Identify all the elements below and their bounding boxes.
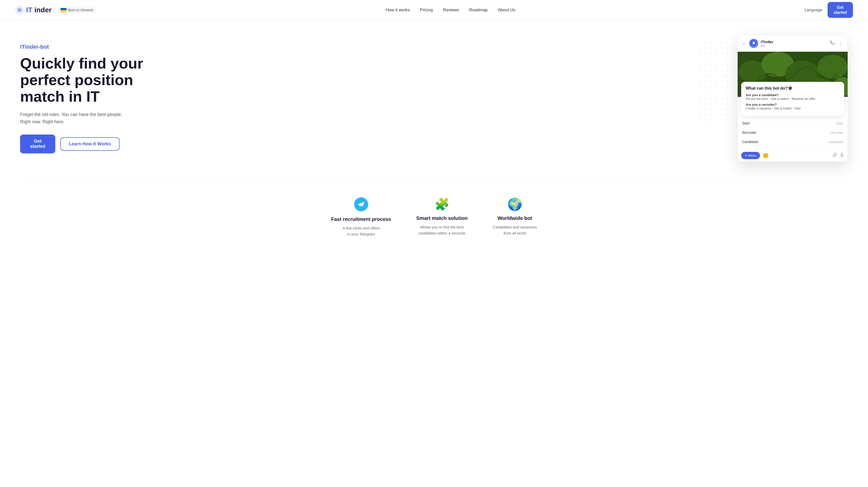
globe-icon: 🌍 [493,197,537,212]
logo[interactable]: ITinder [15,5,52,14]
bubble-candidate-text: Fill out the form - Get a match - Receiv… [746,97,840,101]
bubble-candidate-section: Are you a candidate? Fill out the form -… [746,93,840,101]
hero-description: Forget the old rules. You can have the b… [20,111,176,126]
svg-point-5 [754,43,755,43]
chat-emoji-icon[interactable]: 🙂 [763,153,769,159]
feature-fast-title: Fast recruitment process [331,217,391,222]
nav-link-about-us[interactable]: About Us [498,7,516,12]
bubble-recruiter-text: Create a vacancy - Get a match - Hire [746,106,840,110]
chat-input-bar: ✕ Menu 🙂 [738,149,848,162]
feature-smart-match: 🧩 Smart match solution Allows you to fin… [416,197,467,237]
ukraine-badge-text: Born in Ukraine! [68,8,93,12]
chat-menu-button[interactable]: ✕ Menu [741,152,760,159]
nav-link-how-it-works[interactable]: How it works [385,7,410,12]
nav-get-started-button[interactable]: Getstarted [828,2,853,18]
chat-phone-icon[interactable] [830,40,835,46]
feature-worldwide: 🌍 Worldwide bot Candidates and vacancies… [493,197,537,237]
chat-header: ← ITinder bot [738,35,848,52]
feature-fast-desc-line1: A few clicks and offers [343,226,380,230]
logo-it: IT [26,6,32,14]
hero-desc-line1: Forget the old rules. You can have the b… [20,112,122,117]
hero-section: ITinder-bot Quickly find your perfect po… [0,20,868,182]
hero-title: Quickly find your perfect position match… [20,55,176,105]
chat-mockup: ← ITinder bot [737,35,848,162]
svg-point-1 [18,9,19,10]
feature-smart-desc-line2: candidates within a seconds [418,231,466,235]
feature-fast-recruitment: Fast recruitment process A few clicks an… [331,197,391,237]
feature-fast-desc: A few clicks and offers in your Telegram [331,225,391,237]
ukraine-badge: Born in Ukraine! [58,7,96,13]
navbar: ITinder Born in Ukraine! How it works Pr… [0,0,868,20]
feature-smart-title: Smart match solution [416,216,467,221]
feature-smart-desc: Allows you to find the best candidates w… [416,224,467,236]
chat-bot-name: ITinder [761,40,773,44]
command-candidate-label: Candidate [742,140,758,144]
chat-header-left: ← ITinder bot [742,39,773,48]
nav-link-roadmap[interactable]: Roadmap [469,7,488,12]
language-button[interactable]: Language [804,8,822,12]
nav-link-reviews[interactable]: Reviews [443,7,459,12]
hero-subtitle: ITinder-bot [20,44,176,50]
command-recruiter-value: /recruiter [830,131,843,135]
command-start[interactable]: Start /start [738,119,848,128]
bubble-recruiter-title: Are you a recruiter? [746,103,840,106]
nav-link-pricing[interactable]: Pricing [420,7,433,12]
chat-name-block: ITinder bot [761,40,773,47]
chat-back-icon[interactable]: ← [742,41,747,46]
command-recruiter-label: Recruiter [742,131,756,135]
command-start-value: /start [836,122,843,125]
chat-header-right: ⋮ [830,40,843,46]
puzzle-icon: 🧩 [416,197,467,212]
hero-content: ITinder-bot Quickly find your perfect po… [20,44,176,153]
svg-point-10 [818,55,848,79]
feature-worldwide-desc-line1: Candidates and vacancies [493,225,537,229]
bubble-recruiter-section: Are you a recruiter? Create a vacancy - … [746,103,840,110]
bubble-candidate-title: Are you a candidate? [746,93,840,97]
chat-avatar [749,39,758,48]
nav-links: How it works Pricing Reviews Roadmap Abo… [385,7,515,12]
chat-action-icons [833,153,844,158]
nav-left: ITinder Born in Ukraine! [15,5,96,14]
command-candidate[interactable]: Candidate /candidate [738,137,848,147]
feature-smart-desc-line1: Allows you to find the best [420,225,464,229]
command-recruiter[interactable]: Recruiter /recruiter [738,128,848,137]
feature-worldwide-desc: Candidates and vacancies from all world [493,224,537,236]
svg-point-4 [753,43,753,43]
features-section: Fast recruitment process A few clicks an… [0,182,868,257]
hero-get-started-button[interactable]: Getstarted [20,135,55,153]
feature-worldwide-title: Worldwide bot [493,216,537,221]
feature-fast-desc-line2: in your Telegram [347,232,375,236]
telegram-icon [354,197,368,212]
bubble-title: What can this bot do?🎓 [746,86,840,91]
chat-mic-icon[interactable] [840,153,844,158]
svg-point-2 [20,9,21,10]
chat-window: ← ITinder bot [737,35,848,162]
logo-icon [15,5,24,14]
command-candidate-value: /candidate [828,140,843,144]
ukraine-flag-icon [61,8,67,12]
nav-right: Language Getstarted [804,2,853,18]
feature-worldwide-desc-line2: from all world [503,231,526,235]
logo-tinder: inder [34,6,52,14]
hero-learn-how-button[interactable]: Learn How It Works [60,137,120,151]
chat-commands: Start /start Recruiter /recruiter Candid… [738,116,848,149]
chat-bubble: What can this bot do?🎓 Are you a candida… [741,82,844,116]
command-start-label: Start [742,121,750,125]
chat-attach-icon[interactable] [833,153,837,158]
chat-more-icon[interactable]: ⋮ [838,40,843,46]
hero-desc-line2: Right now. Right here. [20,119,65,124]
chat-bot-status: bot [761,44,773,47]
hero-buttons: Getstarted Learn How It Works [20,135,176,153]
